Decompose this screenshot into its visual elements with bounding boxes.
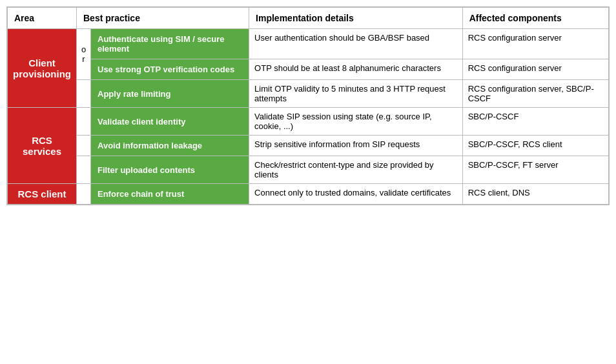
affected-component: SBC/P-CSCF [462, 108, 608, 136]
area-cell: Client provisioning [8, 29, 77, 108]
bp-label: Apply rate limiting [91, 80, 249, 108]
or-spacer [77, 136, 91, 156]
bp-label: Filter uploaded contents [91, 156, 249, 184]
affected-component: RCS configuration server, SBC/P-CSCF [462, 80, 608, 108]
affected-component: SBC/P-CSCF, RCS client [462, 136, 608, 156]
header-impl-details: Implementation details [249, 8, 463, 29]
area-cell: RCS services [8, 108, 77, 184]
affected-component: RCS configuration server [462, 29, 608, 59]
impl-detail: Connect only to trusted domains, validat… [249, 184, 463, 205]
bp-label: Enforce chain of trust [91, 184, 249, 205]
header-area: Area [8, 8, 77, 29]
bp-label: Validate client identity [91, 108, 249, 136]
or-label: or [77, 29, 91, 80]
or-spacer [77, 184, 91, 205]
impl-detail: Limit OTP validity to 5 minutes and 3 HT… [249, 80, 463, 108]
bp-label: Authenticate using SIM / secure element [91, 29, 249, 59]
or-spacer [77, 156, 91, 184]
bp-label: Avoid information leakage [91, 136, 249, 156]
header-best-practice: Best practice [77, 8, 249, 29]
impl-detail: Check/restrict content-type and size pro… [249, 156, 463, 184]
or-spacer [77, 80, 91, 108]
impl-detail: OTP should be at least 8 alphanumeric ch… [249, 59, 463, 80]
header-affected-components: Affected components [462, 8, 608, 29]
or-spacer [77, 108, 91, 136]
bp-label: Use strong OTP verification codes [91, 59, 249, 80]
impl-detail: Validate SIP session using state (e.g. s… [249, 108, 463, 136]
affected-component: RCS client, DNS [462, 184, 608, 205]
impl-detail: User authentication should be GBA/BSF ba… [249, 29, 463, 59]
affected-component: SBC/P-CSCF, FT server [462, 156, 608, 184]
area-cell: RCS client [8, 184, 77, 205]
main-table: Area Best practice Implementation detail… [7, 7, 609, 205]
impl-detail: Strip sensitive information from SIP req… [249, 136, 463, 156]
affected-component: RCS configuration server [462, 59, 608, 80]
